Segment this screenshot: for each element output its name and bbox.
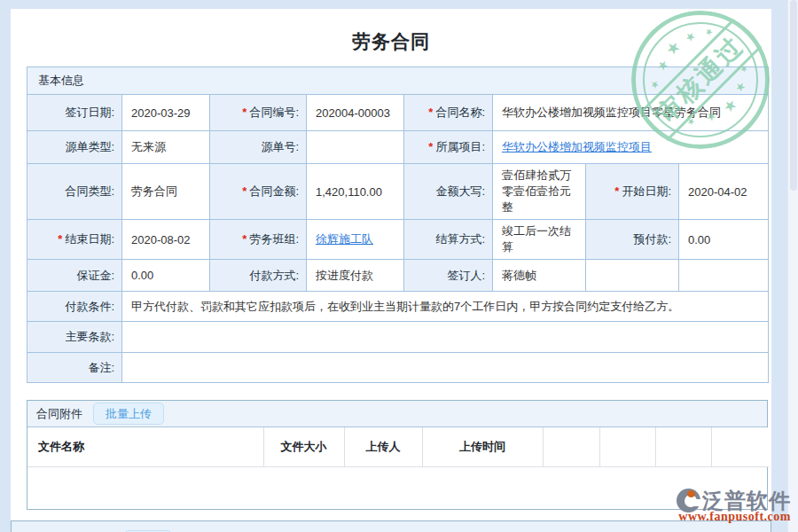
value-advance: 0.00 bbox=[679, 220, 769, 260]
empty-cell bbox=[679, 260, 769, 292]
value-settle-method: 竣工后一次结算 bbox=[493, 220, 586, 260]
col-header-empty bbox=[655, 427, 711, 466]
value-amount: 1,420,110.00 bbox=[307, 164, 404, 220]
label-advance: 预付款: bbox=[586, 220, 679, 260]
required-marker: * bbox=[428, 140, 433, 153]
col-header-empty bbox=[711, 427, 769, 466]
required-marker: * bbox=[242, 232, 246, 246]
label-contract-no: *合同编号: bbox=[210, 95, 307, 131]
value-labor-team: 徐辉施工队 bbox=[307, 220, 404, 260]
attachments-empty-body bbox=[27, 467, 767, 509]
col-header-upload-time: 上传时间 bbox=[422, 427, 543, 466]
attachments-panel: 合同附件 批量上传 文件名称 文件大小 上传人 上传时间 bbox=[27, 400, 768, 510]
attachments-section-title: 合同附件 bbox=[36, 406, 82, 422]
label-settle-method: 结算方式: bbox=[404, 220, 493, 260]
empty-cell bbox=[586, 260, 679, 292]
value-amount-words: 壹佰肆拾贰万零壹佰壹拾元整 bbox=[493, 164, 586, 220]
required-marker: * bbox=[614, 184, 619, 198]
col-header-empty bbox=[543, 427, 599, 466]
scrollbar-thumb[interactable] bbox=[790, 0, 797, 191]
value-pay-terms: 甲方代付款、罚款和其它应扣款项后，在收到业主当期计量款的7个工作日内，甲方按合同… bbox=[122, 292, 769, 322]
required-marker: * bbox=[242, 106, 246, 119]
boq-panel: * 工程量清单 ▲ ▼ 导出 bbox=[11, 520, 771, 532]
label-labor-team: *劳务班组: bbox=[210, 220, 307, 260]
label-project: *所属项目: bbox=[404, 131, 493, 164]
label-signer: 签订人: bbox=[404, 260, 493, 292]
col-header-file-size: 文件大小 bbox=[263, 427, 344, 466]
project-link[interactable]: 华软办公楼增加视频监控项目 bbox=[502, 140, 652, 153]
required-marker: * bbox=[58, 232, 62, 246]
col-header-file-name: 文件名称 bbox=[27, 427, 263, 466]
value-sign-date: 2020-03-29 bbox=[122, 95, 210, 131]
basic-info-section-title: 基本信息 bbox=[27, 67, 769, 95]
value-source-type: 无来源 bbox=[122, 131, 210, 164]
label-end-date: *结束日期: bbox=[27, 220, 122, 260]
fanpu-logo: 泛普软件 www.fanpusoft.com bbox=[677, 489, 791, 524]
fanpu-logo-icon bbox=[677, 489, 700, 512]
basic-info-table: 基本信息 签订日期: 2020-03-29 *合同编号: 202004-0000… bbox=[27, 66, 769, 383]
brand-name: 泛普软件 bbox=[702, 489, 791, 512]
label-start-date: *开始日期: bbox=[586, 164, 679, 220]
value-end-date: 2020-08-02 bbox=[122, 220, 210, 260]
value-source-no bbox=[307, 131, 404, 164]
value-remark bbox=[122, 353, 769, 383]
contract-detail-card: 劳务合同 基本信息 签订日期: 2020-03-29 *合同编号: 202004… bbox=[11, 9, 771, 532]
label-pay-method: 付款方式: bbox=[210, 260, 307, 292]
value-deposit: 0.00 bbox=[122, 260, 210, 292]
page-title: 劳务合同 bbox=[11, 30, 771, 53]
scrollbar[interactable] bbox=[787, 0, 798, 532]
value-main-terms bbox=[122, 322, 769, 353]
value-contract-name: 华软办公楼增加视频监控项目零星劳务合同 bbox=[493, 95, 769, 131]
label-contract-type: 合同类型: bbox=[27, 164, 122, 220]
col-header-uploader: 上传人 bbox=[344, 427, 422, 466]
value-contract-type: 劳务合同 bbox=[122, 164, 210, 220]
label-contract-name: *合同名称: bbox=[404, 95, 493, 131]
required-marker: * bbox=[242, 184, 246, 198]
batch-upload-button[interactable]: 批量上传 bbox=[93, 403, 164, 425]
label-deposit: 保证金: bbox=[27, 260, 122, 292]
value-contract-no: 202004-00003 bbox=[307, 95, 404, 131]
label-main-terms: 主要条款: bbox=[27, 322, 122, 353]
attachments-table: 文件名称 文件大小 上传人 上传时间 bbox=[27, 427, 769, 467]
label-amount: *合同金额: bbox=[210, 164, 307, 220]
label-sign-date: 签订日期: bbox=[27, 95, 122, 131]
label-source-type: 源单类型: bbox=[27, 131, 122, 164]
labor-team-link[interactable]: 徐辉施工队 bbox=[316, 232, 373, 246]
value-signer: 蒋德帧 bbox=[493, 260, 586, 292]
value-start-date: 2020-04-02 bbox=[679, 164, 769, 220]
value-project: 华软办公楼增加视频监控项目 bbox=[493, 131, 769, 164]
required-marker: * bbox=[428, 106, 433, 119]
col-header-empty bbox=[599, 427, 655, 466]
label-pay-terms: 付款条件: bbox=[27, 292, 122, 322]
label-source-no: 源单号: bbox=[210, 131, 307, 164]
label-amount-words: 金额大写: bbox=[404, 164, 493, 220]
value-pay-method: 按进度付款 bbox=[307, 260, 404, 292]
label-remark: 备注: bbox=[27, 353, 122, 383]
